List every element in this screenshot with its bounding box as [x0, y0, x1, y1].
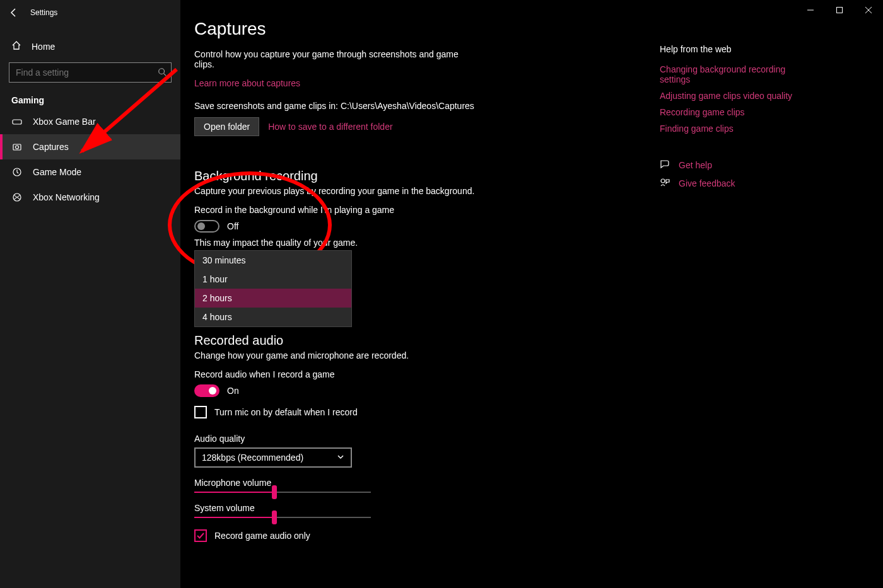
sidebar-item-label: Game Mode: [33, 167, 81, 177]
audio-quality-value: 128kbps (Recommended): [202, 453, 303, 463]
captures-icon: [11, 142, 23, 152]
dropdown-option[interactable]: 30 minutes: [195, 251, 351, 270]
sidebar-item-label: Captures: [33, 142, 69, 152]
mic-volume-label: Microphone volume: [194, 478, 660, 488]
help-link[interactable]: Finding game clips: [660, 124, 798, 134]
dropdown-option[interactable]: 1 hour: [195, 270, 351, 289]
bg-record-toggle[interactable]: [194, 220, 219, 233]
recorded-audio-desc: Change how your game and microphone are …: [194, 350, 660, 360]
mic-volume-slider[interactable]: [194, 492, 371, 493]
help-link[interactable]: Changing background recording settings: [660, 64, 798, 84]
search-icon: [158, 67, 167, 78]
background-recording-desc: Capture your previous plays by recording…: [194, 186, 660, 196]
open-folder-button[interactable]: Open folder: [194, 117, 259, 136]
audio-toggle-state: On: [227, 386, 239, 396]
page-intro: Control how you capture your game throug…: [194, 49, 459, 69]
bg-toggle-label: Record in the background while I'm playi…: [194, 205, 660, 215]
sidebar-item-label: Xbox Networking: [33, 192, 100, 202]
different-folder-link[interactable]: How to save to a different folder: [268, 122, 392, 132]
game-audio-only-checkbox[interactable]: [194, 529, 207, 542]
system-volume-slider[interactable]: [194, 517, 371, 518]
audio-quality-select[interactable]: 128kbps (Recommended): [194, 447, 352, 468]
sidebar-item-game-mode[interactable]: Game Mode: [0, 159, 180, 185]
maximize-button[interactable]: [825, 0, 854, 20]
record-length-dropdown[interactable]: 30 minutes 1 hour 2 hours 4 hours: [194, 250, 352, 327]
save-path-label: Save screenshots and game clips in: C:\U…: [194, 101, 660, 111]
audio-quality-label: Audio quality: [194, 434, 660, 444]
help-icon: [660, 159, 670, 171]
dropdown-option-selected[interactable]: 2 hours: [195, 289, 351, 308]
sidebar-item-xbox-game-bar[interactable]: Xbox Game Bar: [0, 109, 180, 134]
dropdown-option[interactable]: 4 hours: [195, 308, 351, 326]
titlebar-left: Settings: [0, 3, 180, 23]
mic-default-checkbox[interactable]: [194, 406, 207, 418]
system-volume-label: System volume: [194, 503, 660, 513]
svg-rect-9: [837, 8, 843, 13]
background-recording-heading: Background recording: [194, 169, 660, 183]
svg-point-4: [16, 146, 19, 149]
give-feedback-link[interactable]: Give feedback: [679, 178, 735, 188]
chevron-down-icon: [337, 453, 344, 463]
content-area: Captures Control how you capture your ga…: [180, 0, 883, 588]
back-arrow-icon[interactable]: [9, 8, 19, 18]
svg-rect-3: [13, 144, 21, 150]
sidebar-item-captures[interactable]: Captures: [0, 134, 180, 159]
feedback-icon: [660, 177, 670, 189]
help-link[interactable]: Recording game clips: [660, 107, 798, 117]
search-input[interactable]: [9, 62, 172, 83]
mic-default-label: Turn mic on by default when I record: [214, 407, 358, 417]
record-audio-toggle[interactable]: [194, 384, 219, 397]
svg-line-1: [164, 74, 167, 76]
get-help-link[interactable]: Get help: [679, 160, 712, 170]
xbox-icon: [11, 192, 23, 202]
main-panel: Captures Control how you capture your ga…: [180, 0, 660, 588]
sidebar-item-label: Xbox Game Bar: [33, 117, 96, 127]
sidebar-home-label: Home: [32, 42, 55, 52]
minimize-button[interactable]: [796, 0, 825, 20]
audio-toggle-label: Record audio when I record a game: [194, 369, 660, 379]
close-button[interactable]: [854, 0, 883, 20]
window-title: Settings: [30, 8, 57, 17]
game-mode-icon: [11, 167, 23, 177]
help-link[interactable]: Adjusting game clips video quality: [660, 91, 798, 101]
home-icon: [11, 40, 21, 52]
settings-sidebar: Settings Home Gaming Xbox Game Bar: [0, 0, 180, 588]
sidebar-section-label: Gaming: [0, 83, 180, 109]
sidebar-item-xbox-networking[interactable]: Xbox Networking: [0, 185, 180, 210]
game-audio-only-label: Record game audio only: [214, 531, 310, 541]
page-title: Captures: [194, 19, 660, 39]
svg-point-0: [159, 69, 165, 74]
window-controls: [796, 0, 883, 20]
bg-toggle-state: Off: [227, 221, 238, 231]
game-bar-icon: [11, 117, 23, 127]
bg-impact-note: This may impact the quality of your game…: [194, 238, 660, 248]
recorded-audio-heading: Recorded audio: [194, 333, 660, 348]
help-pane: Help from the web Changing background re…: [660, 0, 849, 588]
learn-more-link[interactable]: Learn more about captures: [194, 78, 300, 88]
sidebar-home[interactable]: Home: [0, 34, 180, 59]
help-heading: Help from the web: [660, 44, 834, 54]
svg-rect-2: [13, 120, 21, 124]
svg-point-7: [661, 179, 665, 183]
